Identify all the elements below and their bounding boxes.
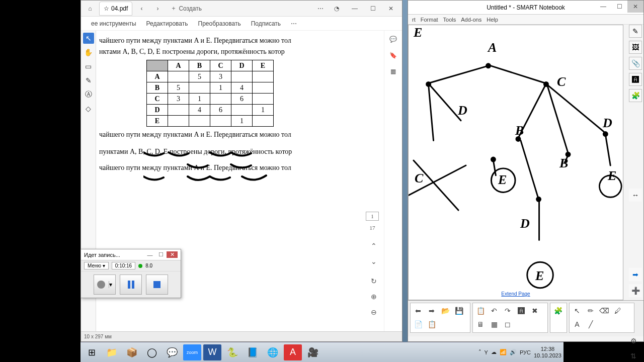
- select-icon[interactable]: ▭: [83, 61, 94, 72]
- start-button[interactable]: ⊞: [83, 344, 101, 360]
- rec-menu-dropdown[interactable]: Меню ▾: [84, 262, 109, 269]
- page-current[interactable]: 1: [366, 212, 379, 221]
- new-tab-button[interactable]: ＋ Создать: [167, 4, 206, 13]
- smart-close-button[interactable]: ✕: [627, 1, 643, 13]
- recorder-window: Идет запись... — ☐ ✕ Меню ▾ 0:10:16 8.0 …: [80, 249, 181, 298]
- grid-icon[interactable]: ▦: [390, 68, 396, 75]
- viber-icon[interactable]: 💬: [163, 344, 181, 360]
- maximize-button[interactable]: ☐: [364, 3, 382, 15]
- attach-tab-icon[interactable]: 📎: [629, 57, 642, 70]
- next-icon[interactable]: ➡: [426, 305, 438, 317]
- minimize-button[interactable]: —: [346, 3, 364, 15]
- addons-tab-icon[interactable]: 🧩: [629, 89, 642, 102]
- close-button[interactable]: ✕: [382, 3, 400, 15]
- pens-icon[interactable]: 🖊: [612, 305, 624, 317]
- pen-tab-icon[interactable]: ✎: [629, 25, 642, 38]
- explorer-icon[interactable]: 📁: [103, 344, 121, 360]
- next-page-arrow-icon[interactable]: ➡: [629, 268, 642, 281]
- chrome-icon[interactable]: 🌐: [264, 344, 282, 360]
- screen-icon[interactable]: 🖥: [474, 318, 487, 330]
- pointer-icon[interactable]: ↖: [83, 33, 94, 44]
- refresh-icon[interactable]: ↻: [371, 277, 377, 286]
- smart-icon[interactable]: 📘: [244, 344, 262, 360]
- tray-cloud-icon[interactable]: ☁: [491, 349, 497, 355]
- menu-addons[interactable]: Add-ons: [461, 17, 481, 23]
- move-toolbar-icon[interactable]: ⇅: [627, 350, 639, 362]
- menu-help[interactable]: Help: [487, 17, 498, 23]
- browser-icon[interactable]: ◯: [143, 344, 161, 360]
- tab-prev[interactable]: ‹: [134, 3, 148, 15]
- word-icon[interactable]: W: [203, 344, 221, 360]
- prev-icon[interactable]: ⬅: [412, 305, 424, 317]
- bookmark-icon[interactable]: 🔖: [389, 52, 397, 59]
- table-icon[interactable]: ▦: [488, 318, 500, 330]
- python-icon[interactable]: 🐍: [223, 344, 242, 360]
- undo-icon[interactable]: ↶: [488, 305, 500, 317]
- smart-minimize-button[interactable]: —: [595, 1, 611, 13]
- expand-icon[interactable]: ↔: [629, 189, 642, 202]
- smart-canvas[interactable]: E A C D B D B C E E D E Extend Page: [408, 25, 623, 300]
- smart-maximize-button[interactable]: ☐: [611, 1, 627, 13]
- paste-icon[interactable]: 📋: [474, 305, 487, 317]
- tray-lang[interactable]: РУС: [520, 349, 531, 355]
- menu-format[interactable]: Format: [421, 17, 438, 23]
- text-a-icon[interactable]: A: [571, 318, 583, 330]
- text-tool-icon[interactable]: 🅰: [515, 305, 527, 317]
- pdf-titlebar: ⌂ ☆ 04.pdf ‹ › ＋ Создать ⋯ ◔ — ☐ ✕: [81, 1, 402, 17]
- text-icon[interactable]: Ⓐ: [83, 89, 94, 100]
- menu-more-icon[interactable]: ⋯: [291, 20, 297, 27]
- bell-icon[interactable]: ◔: [330, 3, 344, 15]
- rec-stop-button[interactable]: [146, 275, 168, 295]
- svg-point-4: [544, 82, 548, 86]
- tab-next[interactable]: ›: [150, 3, 165, 15]
- shape-icon[interactable]: ◻: [502, 318, 514, 330]
- redo-icon[interactable]: ↷: [502, 305, 514, 317]
- zoom-out-icon[interactable]: ⊖: [371, 308, 377, 317]
- select-tool-icon[interactable]: ↖: [571, 305, 583, 317]
- tray-yandex-icon[interactable]: Y: [485, 349, 488, 355]
- chevron-down-icon[interactable]: ⌄: [371, 257, 377, 266]
- properties-tab-icon[interactable]: 🅰: [629, 73, 642, 86]
- hand-icon[interactable]: ✋: [83, 47, 94, 58]
- rec-pause-button[interactable]: [120, 275, 142, 295]
- app-icon[interactable]: 📦: [123, 344, 141, 360]
- chevron-up-icon[interactable]: ⌃: [371, 242, 377, 250]
- menu-tools[interactable]: Tools: [443, 17, 456, 23]
- shapes-icon[interactable]: ◇: [83, 103, 94, 114]
- extend-page-link[interactable]: Extend Page: [501, 291, 530, 297]
- comment-icon[interactable]: 💬: [389, 36, 397, 43]
- rec-record-button[interactable]: ▾: [94, 275, 116, 295]
- copy-icon[interactable]: 📋: [426, 318, 438, 330]
- zoom-in-icon[interactable]: ⊕: [371, 293, 377, 301]
- rec-minimize-button[interactable]: —: [144, 252, 155, 258]
- puzzle-icon[interactable]: 🧩: [552, 305, 564, 317]
- eraser-icon[interactable]: ⌫: [598, 305, 610, 317]
- menu-sign[interactable]: Подписать: [251, 20, 281, 27]
- menu-convert[interactable]: Преобразовать: [198, 20, 241, 27]
- home-icon[interactable]: ⌂: [83, 3, 97, 15]
- tray-network-icon[interactable]: 📶: [500, 349, 507, 355]
- delete-icon[interactable]: ✖: [529, 305, 541, 317]
- draw-icon[interactable]: ✎: [83, 75, 94, 86]
- settings-icon[interactable]: ⚙: [627, 335, 639, 347]
- menu-edit[interactable]: Редактировать: [146, 20, 188, 27]
- rec-maximize-button[interactable]: ☐: [155, 251, 167, 258]
- gallery-tab-icon[interactable]: 🖼: [629, 41, 642, 54]
- add-page-icon[interactable]: ➕: [629, 284, 642, 297]
- magic-pen-icon[interactable]: ✏: [585, 305, 597, 317]
- zoom-icon[interactable]: zoom: [183, 344, 201, 360]
- tray-chevron-icon[interactable]: ˄: [478, 349, 481, 355]
- rec-close-button[interactable]: ✕: [167, 251, 178, 258]
- tray-volume-icon[interactable]: 🔊: [510, 349, 517, 355]
- more-icon[interactable]: ⋯: [313, 3, 328, 15]
- line-icon[interactable]: ╱: [585, 318, 597, 330]
- pdf-tab[interactable]: ☆ 04.pdf: [99, 2, 132, 16]
- open-icon[interactable]: 📂: [439, 305, 451, 317]
- save-icon[interactable]: 💾: [453, 305, 465, 317]
- acrobat-icon[interactable]: A: [284, 344, 302, 360]
- menu-tools[interactable]: ее инструменты: [91, 20, 136, 27]
- menu-insert[interactable]: rt: [412, 17, 416, 23]
- recorder-icon[interactable]: 🎥: [304, 344, 322, 360]
- new-icon[interactable]: 📄: [412, 318, 424, 330]
- tray-clock[interactable]: 12:38 10.10.2023: [534, 346, 561, 358]
